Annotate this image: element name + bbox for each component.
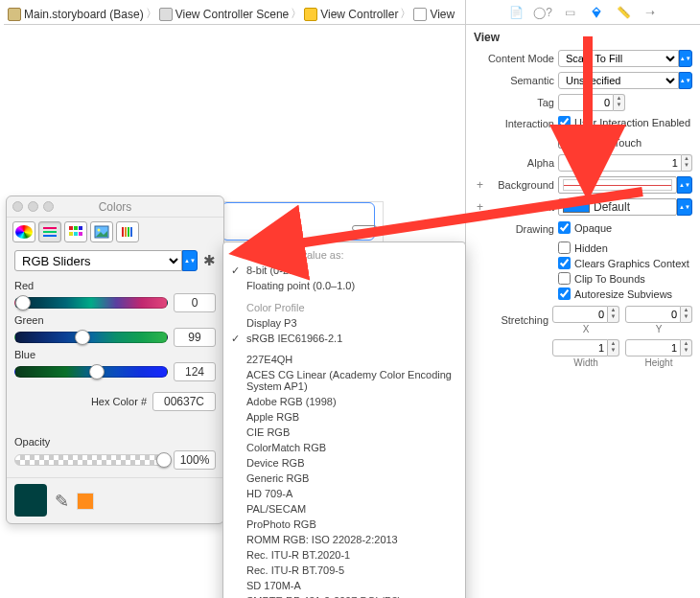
svg-rect-2: [43, 235, 57, 237]
drawing-label: Drawing: [474, 223, 554, 235]
slider-mode-select[interactable]: RGB Sliders▲▼: [14, 250, 198, 271]
opacity-slider[interactable]: [14, 454, 168, 466]
clip-bounds-checkbox[interactable]: Clip To Bounds: [558, 272, 692, 285]
menu-item[interactable]: Rec. ITU-R BT.709-5: [223, 563, 465, 578]
stretch-x-field[interactable]: ▲▼: [552, 306, 619, 323]
hidden-checkbox[interactable]: Hidden: [558, 242, 692, 254]
breadcrumb-vc[interactable]: View Controller: [304, 8, 398, 21]
menu-item[interactable]: ROMM RGB: ISO 22028-2:2013: [223, 532, 465, 547]
menu-item[interactable]: ColorMatch RGB: [223, 440, 465, 455]
breadcrumb-label: View Controller Scene: [175, 8, 290, 21]
alpha-field[interactable]: ▲▼: [558, 154, 692, 172]
blue-value[interactable]: 124: [174, 362, 216, 381]
clears-graphics-checkbox[interactable]: Clears Graphics Context: [558, 257, 692, 269]
stretch-h-field[interactable]: ▲▼: [625, 339, 692, 356]
hex-value[interactable]: 00637C: [152, 392, 216, 411]
green-label: Green: [14, 314, 216, 326]
opacity-label: Opacity: [14, 436, 216, 448]
storyboard-icon: [8, 8, 21, 21]
autoresize-checkbox[interactable]: Autoresize Subviews: [558, 288, 692, 300]
menu-header: Show color value as:: [223, 246, 465, 263]
connections-tab[interactable]: ➝: [642, 5, 658, 20]
breadcrumb-label: Main.storyboard (Base): [24, 8, 144, 21]
scene-icon: [159, 8, 173, 21]
gear-icon[interactable]: ✱: [203, 252, 216, 269]
pencils-tab[interactable]: [116, 221, 139, 242]
plus-icon[interactable]: +: [474, 200, 483, 214]
red-value[interactable]: 0: [174, 293, 216, 312]
eyedropper-icon[interactable]: ✎: [55, 491, 69, 512]
palettes-tab[interactable]: [64, 221, 87, 242]
saved-swatch[interactable]: [77, 493, 94, 510]
breadcrumb[interactable]: Main.storyboard (Base) 〉 View Controller…: [4, 4, 465, 25]
menu-item[interactable]: PAL/SECAM: [223, 501, 465, 517]
stretch-w-field[interactable]: ▲▼: [552, 339, 619, 356]
menu-item-8bit[interactable]: 8-bit (0-255): [223, 263, 465, 278]
svg-rect-6: [69, 232, 73, 236]
chevron-right-icon: 〉: [146, 6, 157, 22]
svg-rect-5: [79, 226, 82, 230]
size-tab[interactable]: 📏: [616, 5, 631, 20]
svg-rect-14: [130, 227, 132, 237]
menu-item[interactable]: Adobe RGB (1998): [223, 394, 465, 409]
breadcrumb-scene[interactable]: View Controller Scene: [159, 8, 290, 21]
blue-slider[interactable]: [14, 366, 168, 378]
menu-item[interactable]: CIE RGB: [223, 425, 465, 440]
menu-item[interactable]: ACES CG Linear (Academy Color Encoding S…: [223, 367, 465, 394]
current-color-swatch[interactable]: [14, 484, 47, 517]
window-traffic-lights[interactable]: [12, 201, 54, 212]
content-mode-select[interactable]: Scale To Fill▲▼: [558, 50, 692, 67]
opacity-value[interactable]: 100%: [174, 450, 216, 470]
menu-item-float[interactable]: Floating point (0.0–1.0): [223, 278, 465, 293]
tint-label: Tint: [487, 201, 554, 213]
menu-item[interactable]: SMPTE RP 431-2-2007 DCI (P3): [223, 593, 465, 598]
svg-rect-4: [74, 226, 78, 230]
identity-tab[interactable]: ▭: [562, 5, 577, 20]
menu-item[interactable]: ProPhoto RGB: [223, 517, 465, 532]
semantic-select[interactable]: Unspecified▲▼: [558, 72, 692, 89]
breadcrumb-storyboard[interactable]: Main.storyboard (Base): [8, 8, 144, 21]
plus-icon[interactable]: +: [474, 178, 483, 192]
menu-item[interactable]: SD 170M-A: [223, 578, 465, 593]
menu-item[interactable]: 227E4QH: [223, 352, 465, 367]
sliders-tab[interactable]: [38, 221, 61, 242]
tint-swatch: [563, 201, 590, 213]
color-wheel-icon: [15, 225, 33, 239]
multiple-touch-checkbox[interactable]: Multiple Touch: [558, 136, 692, 149]
quickhelp-tab[interactable]: ◯?: [535, 5, 550, 20]
user-interaction-checkbox[interactable]: User Interaction Enabled: [558, 116, 690, 128]
file-inspector-tab[interactable]: 📄: [508, 5, 524, 20]
menu-item[interactable]: Generic RGB: [223, 471, 465, 486]
svg-rect-11: [122, 227, 124, 237]
stretch-y-field[interactable]: ▲▼: [625, 306, 692, 323]
svg-point-10: [98, 229, 101, 232]
green-slider[interactable]: [14, 332, 168, 343]
svg-rect-7: [74, 232, 78, 236]
swatch-tray: ✎: [7, 477, 223, 523]
menu-item[interactable]: Device RGB: [223, 455, 465, 471]
tint-color-well[interactable]: Default▲▼: [558, 198, 692, 216]
viewcontroller-icon: [304, 8, 317, 21]
attributes-tab[interactable]: [589, 5, 604, 20]
menu-item[interactable]: Rec. ITU-R BT.2020-1: [223, 547, 465, 563]
green-value[interactable]: 99: [174, 328, 216, 347]
breadcrumb-view[interactable]: View: [413, 8, 455, 21]
menu-item-displayp3[interactable]: Display P3: [223, 315, 465, 331]
wheel-tab[interactable]: [12, 221, 35, 242]
chevron-right-icon: 〉: [400, 6, 411, 22]
semantic-label: Semantic: [474, 75, 554, 86]
menu-item-srgb[interactable]: sRGB IEC61966-2.1: [223, 331, 465, 346]
opaque-checkbox[interactable]: Opaque: [558, 221, 612, 234]
menu-item[interactable]: HD 709-A: [223, 486, 465, 501]
red-slider[interactable]: [14, 297, 168, 309]
color-profile-menu: Show color value as: 8-bit (0-255) Float…: [222, 242, 466, 598]
tag-label: Tag: [474, 97, 554, 108]
colors-titlebar[interactable]: Colors: [7, 196, 223, 218]
tag-field[interactable]: ▲▼: [558, 94, 625, 111]
background-color-well[interactable]: ▲▼: [558, 176, 692, 194]
content-mode-label: Content Mode: [474, 53, 554, 64]
view-icon: [413, 8, 427, 21]
svg-rect-1: [43, 231, 57, 233]
menu-item[interactable]: Apple RGB: [223, 409, 465, 425]
image-tab[interactable]: [90, 221, 113, 242]
